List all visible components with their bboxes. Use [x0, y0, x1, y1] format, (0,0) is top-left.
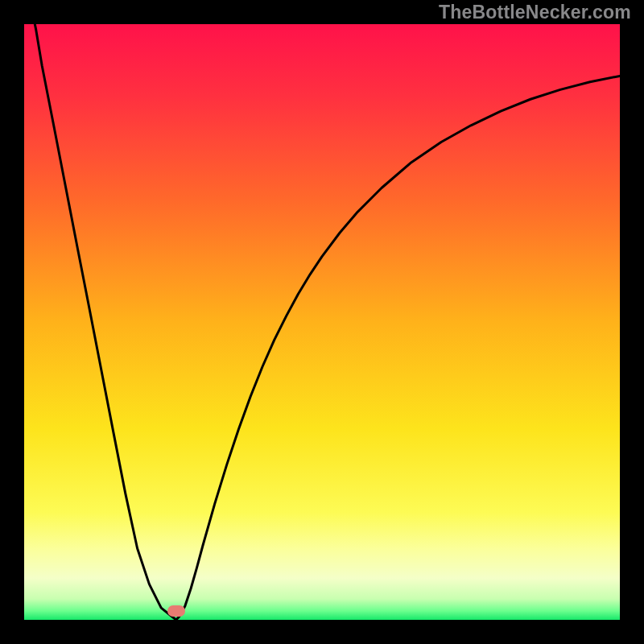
bottleneck-curve — [24, 24, 620, 620]
watermark-text: TheBottleNecker.com — [439, 2, 631, 23]
plot-area — [24, 24, 620, 620]
chart-frame: TheBottleNecker.com — [0, 0, 644, 644]
optimal-point-marker — [167, 605, 185, 617]
